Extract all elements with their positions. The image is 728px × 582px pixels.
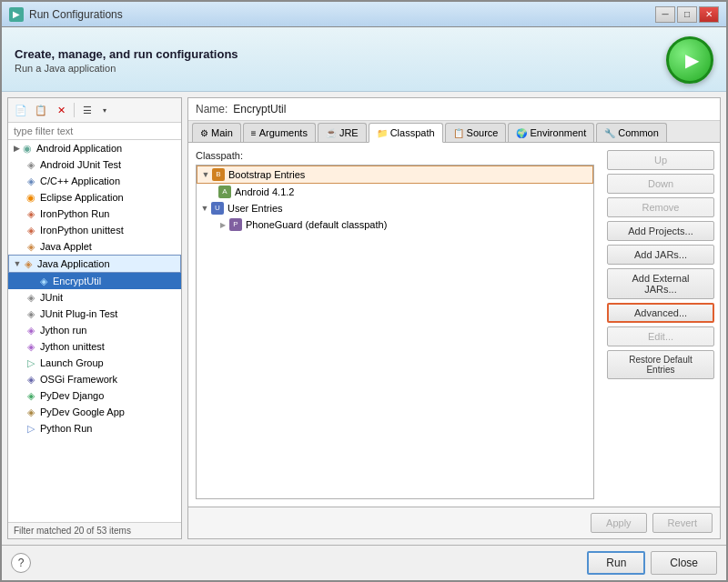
tree-item-pydev-django-label: PyDev Django — [40, 390, 104, 401]
tab-jre[interactable]: ☕ JRE — [318, 123, 367, 142]
tree-item-jython-run[interactable]: ◈ Jython run — [8, 322, 181, 338]
revert-button[interactable]: Revert — [652, 513, 713, 533]
apply-revert-buttons: Apply Revert — [591, 513, 713, 533]
new-config-button[interactable]: 📄 — [12, 101, 30, 119]
advanced-button[interactable]: Advanced... — [607, 303, 714, 323]
tree-item-junit[interactable]: ◈ JUnit — [8, 289, 181, 306]
phoneguard-icon: P — [229, 218, 242, 231]
tab-main-label: Main — [211, 127, 233, 138]
cpp-icon: ◈ — [25, 175, 37, 187]
eclipse-icon: ◉ — [25, 191, 37, 204]
tree-item-cpp[interactable]: ◈ C/C++ Application — [8, 173, 181, 189]
apply-button[interactable]: Apply — [591, 513, 647, 533]
add-external-jars-button[interactable]: Add External JARs... — [607, 268, 714, 299]
up-button[interactable]: Up — [607, 150, 714, 170]
tab-arguments-label: Arguments — [259, 127, 308, 138]
toolbar-separator — [74, 103, 75, 117]
tree-item-pydev-google[interactable]: ◈ PyDev Google App — [8, 404, 181, 420]
encrypt-util-icon: ◈ — [37, 275, 50, 287]
add-jars-button[interactable]: Add JARs... — [607, 245, 714, 265]
cp-bootstrap-entries[interactable]: ▼ B Bootstrap Entries — [197, 166, 593, 184]
footer: ? Run Close — [2, 545, 726, 580]
maximize-button[interactable]: □ — [677, 6, 697, 23]
tree-item-python-run[interactable]: ▷ Python Run — [8, 420, 181, 436]
launch-group-icon: ▷ — [25, 356, 37, 369]
filter-dropdown-button[interactable]: ▾ — [98, 101, 111, 119]
expand-bootstrap-icon: ▼ — [201, 170, 210, 179]
tab-classpath[interactable]: 📁 Classpath — [369, 123, 443, 143]
tab-common[interactable]: 🔧 Common — [596, 123, 667, 142]
common-tab-icon: 🔧 — [604, 128, 615, 138]
add-projects-button[interactable]: Add Projects... — [607, 221, 714, 241]
down-button[interactable]: Down — [607, 174, 714, 194]
tree-item-encrypt-util[interactable]: ◈ EncryptUtil — [8, 273, 181, 289]
header-title: Create, manage, and run configurations — [15, 47, 238, 61]
tree-item-launch-group[interactable]: ▷ Launch Group — [8, 355, 181, 371]
bottom-bar: Apply Revert — [188, 507, 720, 538]
left-toolbar: 📄 📋 ✕ ☰ ▾ — [8, 98, 181, 123]
jre-tab-icon: ☕ — [326, 128, 337, 138]
remove-button[interactable]: Remove — [607, 197, 714, 217]
title-bar-left: ▶ Run Configurations — [9, 7, 123, 22]
tab-source-label: Source — [467, 127, 499, 138]
filter-button[interactable]: ☰ — [78, 101, 96, 119]
tree-item-iron-run[interactable]: ◈ IronPython Run — [8, 206, 181, 222]
tree-item-launch-group-label: Launch Group — [40, 357, 104, 368]
delete-button[interactable]: ✕ — [52, 101, 70, 119]
java-applet-icon: ◈ — [25, 240, 37, 253]
expand-phoneguard-icon: ▶ — [218, 220, 228, 229]
header-area: Create, manage, and run configurations R… — [2, 27, 726, 92]
close-button[interactable]: ✕ — [699, 6, 719, 23]
classpath-tab-icon: 📁 — [377, 128, 388, 138]
tab-arguments[interactable]: ≡ Arguments — [243, 123, 316, 142]
tree-item-android-app[interactable]: ▶ ◉ Android Application — [8, 140, 181, 156]
tree-item-iron-test[interactable]: ◈ IronPython unittest — [8, 222, 181, 238]
expand-java-app-icon: ▼ — [13, 259, 22, 268]
tab-source[interactable]: 📋 Source — [445, 123, 507, 142]
classpath-tree: ▼ B Bootstrap Entries A Android 4.1.2 ▼ — [196, 165, 594, 499]
classpath-label: Classpath: — [196, 150, 594, 161]
arguments-tab-icon: ≡ — [251, 128, 257, 138]
duplicate-button[interactable]: 📋 — [32, 101, 50, 119]
restore-button[interactable]: Restore Default Entries — [607, 350, 714, 379]
tree-item-java-applet[interactable]: ◈ Java Applet — [8, 238, 181, 255]
footer-close-button[interactable]: Close — [651, 551, 717, 575]
tree-item-android-app-label: Android Application — [36, 143, 122, 154]
config-tree: ▶ ◉ Android Application ◈ Android JUnit … — [8, 140, 181, 522]
main-content: 📄 📋 ✕ ☰ ▾ ▶ ◉ Android Application ◈ Andr… — [2, 92, 726, 545]
filter-input[interactable] — [8, 123, 181, 140]
tab-main[interactable]: ⚙ Main — [192, 123, 241, 142]
bootstrap-icon: B — [212, 168, 225, 181]
tree-item-java-app[interactable]: ▼ ◈ Java Application — [8, 255, 181, 273]
jython-run-icon: ◈ — [25, 324, 37, 336]
app-icon: ▶ — [9, 7, 24, 22]
tree-item-iron-test-label: IronPython unittest — [40, 225, 124, 236]
tree-item-android-junit[interactable]: ◈ Android JUnit Test — [8, 156, 181, 173]
source-tab-icon: 📋 — [453, 128, 464, 138]
tree-item-osgi-label: OSGi Framework — [40, 374, 117, 385]
user-entries-icon: U — [211, 202, 224, 215]
filter-status: Filter matched 20 of 53 items — [8, 522, 181, 538]
tree-item-junit-plugin[interactable]: ◈ JUnit Plug-in Test — [8, 306, 181, 322]
android-41-label: Android 4.1.2 — [235, 186, 294, 197]
cp-user-entries[interactable]: ▼ U User Entries — [197, 200, 593, 216]
tree-item-jython-test[interactable]: ◈ Jython unittest — [8, 338, 181, 355]
tree-item-osgi[interactable]: ◈ OSGi Framework — [8, 371, 181, 387]
minimize-button[interactable]: ─ — [655, 6, 675, 23]
android-junit-icon: ◈ — [25, 158, 37, 171]
tree-item-eclipse[interactable]: ◉ Eclipse Application — [8, 189, 181, 206]
django-icon: ◈ — [25, 389, 37, 402]
cp-phoneguard[interactable]: ▶ P PhoneGuard (default classpath) — [197, 216, 593, 233]
tree-item-pydev-django[interactable]: ◈ PyDev Django — [8, 387, 181, 404]
edit-button[interactable]: Edit... — [607, 326, 714, 346]
classpath-area: Classpath: ▼ B Bootstrap Entries A Andro… — [188, 143, 602, 507]
tree-item-pydev-google-label: PyDev Google App — [40, 406, 125, 417]
java-app-icon: ◈ — [22, 257, 35, 270]
tab-common-label: Common — [618, 127, 659, 138]
right-panel: Name: EncryptUtil ⚙ Main ≡ Arguments ☕ J… — [187, 97, 721, 539]
run-button[interactable]: Run — [587, 551, 645, 575]
help-button[interactable]: ? — [11, 553, 31, 573]
cp-android-41[interactable]: A Android 4.1.2 — [197, 184, 593, 200]
tab-environment[interactable]: 🌍 Environment — [508, 123, 594, 142]
python-run-icon: ▷ — [25, 422, 37, 435]
